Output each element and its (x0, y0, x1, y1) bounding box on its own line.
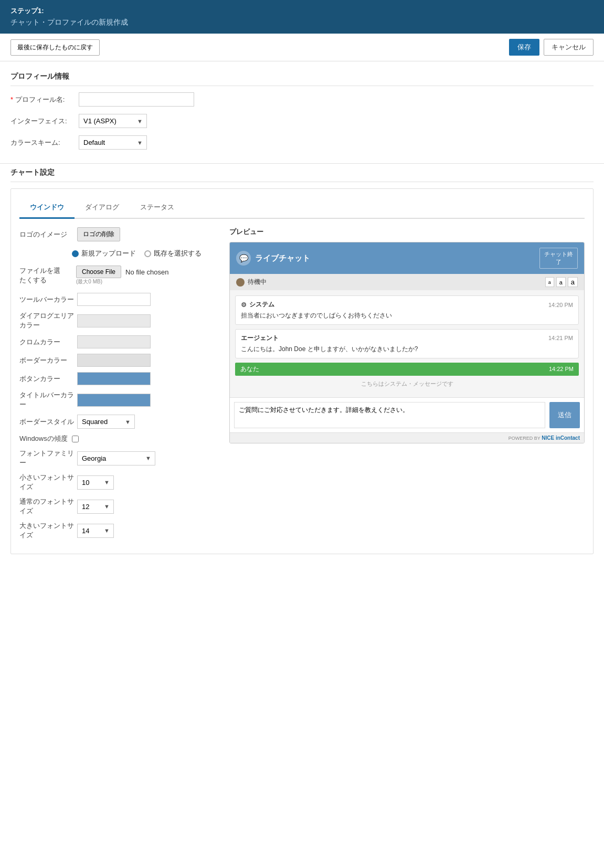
save-button[interactable]: 保存 (509, 39, 539, 56)
border-color-row: ボーダーカラー DDDDDD (19, 354, 219, 367)
end-chat-button[interactable]: チャット終了 (539, 248, 578, 269)
titlebar-color-input[interactable]: 6194C1 (77, 394, 151, 407)
system-msg-header: ⚙ システム 14:20 PM (241, 300, 573, 309)
upload-radio-group: 新規アップロード 既存を選択する (72, 249, 219, 258)
status-dot (236, 278, 245, 287)
border-style-select[interactable]: Squared Rounded (77, 415, 135, 429)
font-family-select[interactable]: Georgia Arial Times New Roman (77, 451, 155, 465)
dialog-area-color-input[interactable]: E9E9E9 (77, 314, 151, 327)
interface-select[interactable]: V1 (ASPX) V2 V3 (79, 114, 147, 128)
system-msg-text: 担当者においつなぎますのでしばらくお待ちください (241, 311, 573, 320)
page-wrapper: ステップ1: チャット・プロファイルの新規作成 最後に保存したものに戻す 保存 … (0, 0, 604, 868)
large-font-select[interactable]: 14 12 13 15 16 (77, 524, 114, 538)
border-color-input[interactable]: DDDDDD (77, 354, 151, 367)
logo-remove-button[interactable]: ロゴの削除 (77, 227, 120, 241)
interface-select-wrapper: V1 (ASPX) V2 V3 ▼ (79, 114, 147, 128)
status-text: 待機中 (248, 278, 267, 287)
chrome-color-input[interactable]: E9E9E9 (77, 335, 151, 348)
large-font-label: 大きいフォントサイズ (19, 521, 77, 540)
you-sender: あなた (240, 365, 259, 374)
right-column: プレビュー 💬 ライブチャット チャット終了 (229, 227, 585, 545)
border-style-label: ボーダースタイル (19, 417, 77, 427)
send-button[interactable]: 送信 (549, 402, 580, 428)
windows-slope-checkbox[interactable] (72, 436, 79, 442)
restore-button[interactable]: 最後に保存したものに戻す (10, 39, 100, 56)
interface-row: インターフェイス: V1 (ASPX) V2 V3 ▼ (10, 114, 594, 128)
windows-slope-row: Windowsの傾度 (19, 434, 219, 443)
font-family-label: フォントファミリー (19, 449, 77, 468)
profile-name-label: * プロフィール名: (10, 95, 79, 104)
radio-select-existing[interactable]: 既存を選択する (144, 249, 202, 258)
chat-title: ライブチャット (255, 253, 310, 263)
logo-label: ロゴのイメージ (19, 230, 72, 239)
normal-font-select[interactable]: 12 10 11 13 14 (77, 500, 114, 514)
color-scheme-select[interactable]: Default Custom (79, 135, 147, 150)
no-file-text: No file chosen (125, 268, 168, 276)
chat-textarea[interactable]: ご質問にご対応させていただきます。詳細を教えください。 (234, 402, 545, 428)
font-large-button[interactable]: a (568, 277, 578, 287)
profile-section-title: プロフィール情報 (10, 68, 594, 86)
footer-powered: POWERED BY (508, 436, 542, 441)
page-header: ステップ1: チャット・プロファイルの新規作成 (0, 0, 604, 34)
chat-header-left: 💬 ライブチャット (236, 251, 310, 266)
tab-window[interactable]: ウインドウ (19, 197, 75, 219)
preview-title: プレビュー (229, 227, 585, 237)
normal-font-row: 通常のフォントサイズ 12 10 11 13 14 ▼ (19, 497, 219, 516)
toolbar-color-input[interactable]: FFFFFF (77, 293, 151, 306)
radio-dot-empty (144, 250, 151, 257)
windows-slope-label: Windowsの傾度 (19, 434, 68, 443)
color-scheme-row: カラースキーム: Default Custom ▼ (10, 135, 594, 150)
footer-brand: NICE inContact (542, 435, 580, 441)
chart-inner-content: ウインドウ ダイアログ ステータス ロゴのイメージ ロゴの削除 (10, 188, 594, 554)
small-font-select-wrapper: 10 8 9 11 12 ▼ (77, 475, 114, 490)
small-font-select[interactable]: 10 8 9 11 12 (77, 475, 114, 490)
toolbar-color-row: ツールバーカラー FFFFFF (19, 293, 219, 306)
chat-body: ⚙ システム 14:20 PM 担当者においつなぎますのでしばらくお待ちください (230, 290, 584, 397)
font-small-button[interactable]: a (545, 277, 554, 287)
border-style-row: ボーダースタイル Squared Rounded ▼ (19, 415, 219, 429)
tab-status[interactable]: ステータス (130, 197, 185, 219)
agent-message: エージェント 14:21 PM こんにちは。John Doe と申しますが、いか… (235, 329, 579, 358)
font-family-select-wrapper: Georgia Arial Times New Roman ▼ (77, 451, 155, 465)
border-style-select-wrapper: Squared Rounded ▼ (77, 415, 135, 429)
normal-font-select-wrapper: 12 10 11 13 14 ▼ (77, 500, 114, 514)
border-color-label: ボーダーカラー (19, 356, 77, 365)
font-med-button[interactable]: a (556, 277, 566, 287)
chat-icon: 💬 (236, 251, 251, 266)
file-label: ファイルを選たくする (19, 266, 72, 285)
toolbar-color-label: ツールバーカラー (19, 295, 77, 304)
gear-icon: ⚙ (241, 301, 247, 309)
choose-file-button[interactable]: Choose File (76, 266, 121, 278)
chat-footer: POWERED BY NICE inContact (230, 432, 584, 443)
page-title: チャット・プロファイルの新規作成 (10, 18, 594, 27)
you-message-bar: あなた 14:22 PM (235, 363, 579, 376)
interface-label: インターフェイス: (10, 117, 79, 126)
small-font-row: 小さいフォントサイズ 10 8 9 11 12 ▼ (19, 473, 219, 492)
button-color-input[interactable]: 6194C1 (77, 372, 151, 385)
cancel-button[interactable]: キャンセル (544, 39, 594, 56)
chat-header: 💬 ライブチャット チャット終了 (230, 242, 584, 274)
agent-msg-header: エージェント 14:21 PM (241, 334, 573, 343)
chrome-color-row: クロムカラー E9E9E9 (19, 335, 219, 348)
step-label: ステップ1: (10, 6, 594, 16)
chrome-color-label: クロムカラー (19, 337, 77, 347)
required-star: * (10, 96, 15, 103)
tab-dialog[interactable]: ダイアログ (75, 197, 130, 219)
chat-input-area: ご質問にご対応させていただきます。詳細を教えください。 送信 (230, 397, 584, 432)
file-size-text: (最大0 MB) (76, 278, 168, 285)
profile-name-input[interactable] (79, 92, 194, 107)
agent-sender: エージェント (241, 334, 279, 343)
normal-font-label: 通常のフォントサイズ (19, 497, 77, 516)
profile-name-row: * プロフィール名: (10, 92, 594, 107)
radio-new-upload[interactable]: 新規アップロード (72, 249, 136, 258)
profile-section: プロフィール情報 * プロフィール名: インターフェイス: V1 (ASPX) … (0, 61, 604, 163)
chart-section-title: チャート設定 (10, 164, 594, 182)
system-msg-time: 14:20 PM (548, 302, 573, 308)
large-font-row: 大きいフォントサイズ 14 12 13 15 16 ▼ (19, 521, 219, 540)
chart-section: チャート設定 ウインドウ ダイアログ ステータス ロゴのイメージ ロゴの削除 (0, 164, 604, 565)
you-time: 14:22 PM (549, 366, 574, 372)
system-message: ⚙ システム 14:20 PM 担当者においつなぎますのでしばらくお待ちください (235, 295, 579, 325)
system-sender: ⚙ システム (241, 300, 274, 309)
file-input-group: Choose File No file chosen (最大0 MB) (76, 266, 168, 285)
status-left: 待機中 (236, 278, 267, 287)
